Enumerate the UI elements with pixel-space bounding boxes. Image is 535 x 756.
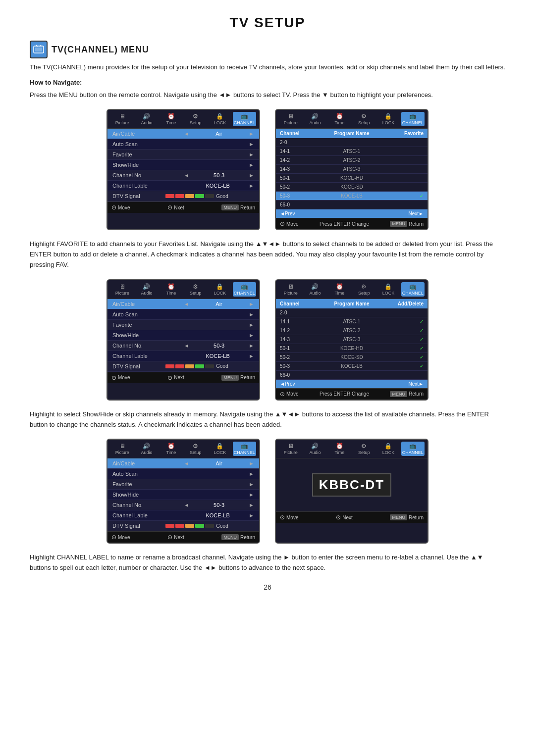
footer-next: ⊙ Nxet: [167, 204, 184, 211]
tv-footer-1: ⊙ Move ⊙ Nxet MENU Return: [107, 202, 259, 213]
menu-item-channel: 📺 CHANNEL: [233, 112, 256, 126]
footer-return: MENUReturn: [221, 374, 255, 381]
signal-label: Good: [216, 194, 228, 199]
menu-item-lock-2r: 🔒LOCK: [376, 282, 400, 297]
menu-item-setup: ⚙ Setup: [184, 112, 207, 126]
channel-header-2: Channel Program Name Add/Delete: [276, 299, 428, 308]
ch-row-7: 66-0: [276, 201, 428, 209]
signal-bar: Good: [165, 194, 254, 199]
tv-screen-3-left: 🖥Picture 🔊Audio ⏰Time ⚙Setup 🔒LOCK 📺CHAN…: [107, 439, 260, 544]
tv-row-channellable: Channel Lable KOCE-LB ►: [107, 181, 259, 191]
signal-bar-3: Good: [165, 523, 254, 529]
menu-bar-2: 🖥Picture 🔊Audio ⏰Time ⚙Setup 🔒LOCK 📺CHAN…: [107, 280, 259, 299]
move-icon: ⊙: [280, 391, 285, 398]
menu-item-lock: 🔒 LOCK: [208, 112, 231, 126]
menu-badge: MENU: [390, 391, 407, 397]
svg-rect-1: [35, 48, 42, 51]
tv-row-channelno: Channel No. ◄ 50-3 ►: [107, 170, 259, 181]
page-number: 26: [30, 583, 505, 591]
row-value: Air: [189, 301, 249, 307]
menu-badge: MENU: [221, 534, 239, 540]
seg-1: [165, 194, 174, 198]
tv-row-autoscan-3: Auto Scan►: [107, 469, 259, 479]
menu-item-channel-2r: 📺CHANNEL: [401, 282, 425, 297]
channel-icon: [30, 41, 48, 58]
row-label: Channel Lable: [112, 183, 187, 189]
menu-item-time-2r: ⏰Time: [328, 282, 351, 297]
next-icon: ⊙: [336, 514, 341, 521]
channel-label-text: Highlight CHANNEL LABEL to name or renam…: [30, 553, 505, 573]
ch-row-2: 14-2ATSC-2: [276, 156, 428, 165]
col-program: Program Name: [316, 131, 388, 136]
menu-item-time-r: ⏰Time: [328, 112, 351, 126]
tv-screen-1-left: 🖥 Picture 🔊 Audio ⏰ Time ⚙ Setup 🔒 LOCK …: [107, 109, 260, 230]
tv-content-2: Air/Cable ◄ Air ► Auto Scan► Favorite► S…: [107, 299, 259, 372]
channel-header-1: Channel Program Name Favorite: [276, 129, 428, 138]
section-title: TV(CHANNEL) MENU: [52, 45, 149, 55]
ch-row-3: 14-3ATSC-3: [276, 165, 428, 174]
row-label: Favorite: [112, 151, 187, 157]
menu-item-setup-3r: ⚙Setup: [352, 442, 375, 456]
right-arrow: ►: [249, 131, 254, 137]
next-icon: ⊙: [167, 374, 172, 381]
menu-bar-3r: 🖥Picture 🔊Audio ⏰Time ⚙Setup 🔒LOCK 📺CHAN…: [276, 440, 428, 458]
menu-badge: MENU: [221, 204, 239, 210]
row-label: Auto Scan: [112, 141, 187, 147]
channel-list-2: 2-0 14-1ATSC-1✓ 14-2ATSC-2✓ 14-3ATSC-3✓ …: [276, 308, 428, 380]
footer-next: ⊙Next: [336, 514, 353, 521]
footer-return: MENUReturn: [221, 534, 255, 541]
menu-badge: MENU: [390, 514, 407, 520]
next-label: Next►: [409, 211, 424, 216]
tv-content-1: Air/Cable ◄ Air ► Auto Scan ► Favorite ►…: [107, 129, 259, 202]
label-entry-content: KBBC-DT: [276, 458, 428, 511]
menu-bar-2r: 🖥Picture 🔊Audio ⏰Time ⚙Setup 🔒LOCK 📺CHAN…: [276, 280, 428, 299]
menu-item-channel-3: 📺CHANNEL: [233, 442, 256, 456]
nav-text: Press the MENU button on the remote cont…: [30, 90, 505, 101]
menu-item-audio: 🔊 Audio: [135, 112, 158, 126]
footer-next: ⊙Next: [167, 374, 184, 381]
footer-return: MENUReturn: [390, 391, 424, 398]
col-channel: Channel: [280, 131, 316, 136]
menu-item-audio-r: 🔊Audio: [303, 112, 326, 126]
ch2-row-0: 2-0: [276, 308, 428, 317]
tv-screen-3-right: 🖥Picture 🔊Audio ⏰Time ⚙Setup 🔒LOCK 📺CHAN…: [275, 439, 428, 544]
menu-item-lock-2: 🔒LOCK: [208, 282, 231, 297]
right-arrow: ►: [249, 162, 254, 168]
footer-return: MENUReturn: [390, 220, 424, 227]
tv-row-autoscan-2: Auto Scan►: [107, 309, 259, 320]
footer-return: MENU Return: [221, 204, 255, 211]
menu-item-audio-3: 🔊Audio: [135, 442, 158, 456]
row-label: Show/Hide: [112, 162, 187, 168]
label-entry-text: KBBC-DT: [312, 473, 391, 497]
menu-item-time-3: ⏰Time: [160, 442, 183, 456]
next-icon: ⊙: [167, 534, 172, 541]
menu-item-setup-2r: ⚙Setup: [352, 282, 375, 297]
tv-row-autoscan: Auto Scan ►: [107, 139, 259, 150]
menu-item-time-2: ⏰Time: [160, 282, 183, 297]
footer-move: ⊙Move: [280, 514, 298, 521]
seg-5: [205, 194, 214, 198]
tv-content-3: Air/Cable ◄ Air ► Auto Scan► Favorite► S…: [107, 458, 259, 531]
right-arrow: ►: [249, 141, 254, 147]
tv-row-favorite: Favorite ►: [107, 150, 259, 160]
menu-item-channel-r: 📺CHANNEL: [401, 112, 425, 126]
footer-action: Press ENTER Change: [320, 220, 369, 227]
ch2-row-6: 50-3KOCE-LB✓: [276, 362, 428, 371]
menu-item-picture-3r: 🖥Picture: [279, 442, 302, 456]
tv-row-channellable-3: Channel LableKOCE-LB►: [107, 510, 259, 521]
move-icon: ⊙: [111, 374, 116, 381]
footer-next: ⊙Next: [167, 534, 184, 541]
seg-2: [175, 194, 184, 198]
tv-row-dtvsignal-2: DTV Signal Good: [107, 361, 259, 372]
ch-row-5: 50-2KOCE-SD: [276, 183, 428, 192]
tv-row-aircable: Air/Cable ◄ Air ►: [107, 129, 259, 139]
menu-item-setup-3: ⚙Setup: [184, 442, 207, 456]
tv-footer-1r: ⊙Move Press ENTER Change MENUReturn: [276, 218, 428, 229]
tv-screen-2-right: 🖥Picture 🔊Audio ⏰Time ⚙Setup 🔒LOCK 📺CHAN…: [275, 279, 428, 401]
move-icon: ⊙: [111, 534, 116, 541]
next-icon: ⊙: [167, 204, 172, 211]
menu-bar-1: 🖥 Picture 🔊 Audio ⏰ Time ⚙ Setup 🔒 LOCK …: [107, 110, 259, 129]
tv-row-showhide-2: Show/Hide►: [107, 330, 259, 341]
ch2-row-7: 66-0: [276, 371, 428, 380]
footer-action: Press ENTER Change: [320, 391, 369, 398]
